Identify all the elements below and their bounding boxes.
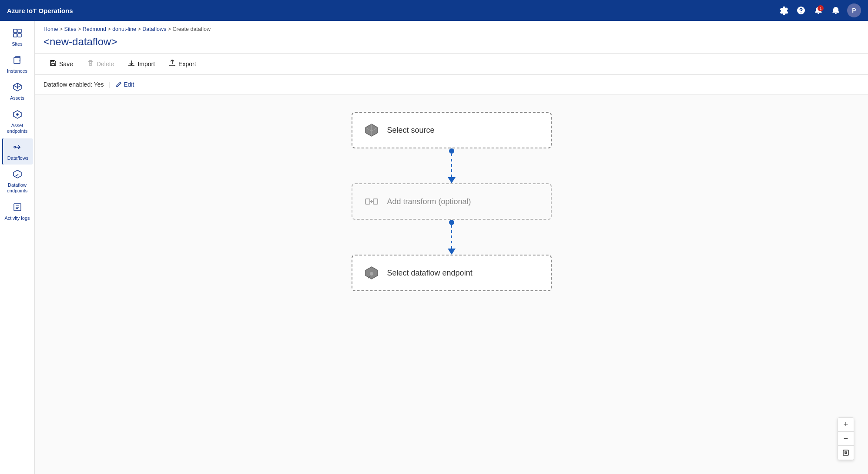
flow-canvas: Select source Add transform ( [35, 94, 868, 474]
asset-endpoints-icon [12, 109, 23, 121]
svg-rect-4 [14, 57, 20, 64]
endpoint-node[interactable]: Select dataflow endpoint [352, 255, 552, 291]
svg-rect-3 [18, 34, 21, 37]
dataflows-label: Dataflows [7, 155, 28, 161]
dataflows-icon [13, 142, 23, 154]
assets-label: Assets [10, 95, 24, 101]
top-nav-icons: 1 P [778, 3, 861, 17]
sidebar-item-assets[interactable]: Assets [2, 78, 33, 104]
export-icon [169, 60, 176, 68]
connector-dot-2 [449, 220, 454, 225]
svg-rect-0 [13, 29, 17, 33]
sidebar-item-instances[interactable]: Instances [2, 51, 33, 77]
connector-arrow-2 [448, 249, 456, 255]
notification-icon[interactable]: 1 [812, 4, 824, 17]
endpoint-node-label: Select dataflow endpoint [387, 269, 473, 278]
page-title: <new-dataflow> [35, 34, 868, 53]
save-icon [50, 60, 57, 68]
avatar[interactable]: P [847, 3, 861, 17]
delete-button[interactable]: Delete [81, 57, 120, 71]
settings-icon[interactable] [778, 4, 790, 17]
help-icon[interactable] [795, 4, 807, 17]
breadcrumb-donut-line[interactable]: donut-line [112, 26, 136, 32]
breadcrumb-redmond[interactable]: Redmond [83, 26, 106, 32]
import-icon [128, 60, 135, 68]
notification-badge: 1 [818, 5, 824, 11]
delete-icon [87, 60, 94, 68]
app-title: Azure IoT Operations [7, 7, 778, 14]
toolbar: Save Delete [35, 53, 868, 75]
import-button[interactable]: Import [122, 57, 161, 71]
save-label: Save [59, 61, 73, 67]
save-button[interactable]: Save [44, 57, 79, 71]
instances-icon [12, 55, 23, 67]
content-area: Home > Sites > Redmond > donut-line > Da… [35, 21, 868, 474]
breadcrumb-current: Create dataflow [172, 26, 211, 32]
main-layout: Sites Instances Assets [0, 21, 868, 474]
import-label: Import [137, 61, 155, 67]
svg-rect-12 [51, 61, 54, 62]
sidebar-item-sites[interactable]: Sites [2, 24, 33, 50]
sidebar: Sites Instances Assets [0, 21, 35, 474]
source-node[interactable]: Select source [352, 112, 552, 148]
breadcrumb-sites[interactable]: Sites [64, 26, 77, 32]
dataflow-status: Dataflow enabled: Yes [44, 81, 104, 88]
svg-point-19 [370, 272, 373, 276]
activity-logs-label: Activity logs [4, 215, 30, 221]
connector-1 [352, 148, 552, 183]
connector-dot-1 [449, 148, 454, 154]
zoom-controls: + − [838, 417, 854, 460]
breadcrumb-home[interactable]: Home [44, 26, 58, 32]
transform-node-label: Add transform (optional) [387, 197, 471, 206]
sidebar-item-asset-endpoints[interactable]: Asset endpoints [2, 106, 33, 138]
endpoint-node-icon [363, 264, 380, 282]
connector-line-1 [451, 154, 452, 177]
edit-button[interactable]: Edit [116, 81, 134, 88]
connector-line-2 [451, 225, 452, 249]
transform-node-icon [363, 193, 380, 210]
transform-node[interactable]: Add transform (optional) [352, 183, 552, 220]
breadcrumb: Home > Sites > Redmond > donut-line > Da… [35, 21, 868, 34]
alert-icon[interactable] [830, 4, 842, 17]
connector-2 [352, 220, 552, 255]
dataflow-endpoints-icon [12, 169, 23, 181]
top-nav: Azure IoT Operations 1 P [0, 0, 868, 21]
sidebar-item-dataflows[interactable]: Dataflows [2, 138, 33, 165]
sites-label: Sites [12, 41, 22, 47]
zoom-in-button[interactable]: + [838, 418, 854, 432]
svg-rect-16 [373, 199, 378, 204]
delete-label: Delete [97, 61, 114, 67]
sites-icon [12, 28, 23, 40]
export-button[interactable]: Export [163, 57, 202, 71]
activity-logs-icon [12, 202, 23, 214]
svg-rect-15 [365, 199, 370, 204]
svg-rect-1 [18, 29, 21, 33]
source-node-icon [363, 121, 380, 139]
svg-rect-11 [52, 64, 54, 66]
assets-icon [12, 82, 23, 94]
instances-label: Instances [7, 68, 27, 74]
svg-rect-2 [13, 34, 17, 37]
breadcrumb-dataflows[interactable]: Dataflows [142, 26, 166, 32]
asset-endpoints-label: Asset endpoints [3, 123, 31, 134]
zoom-fit-button[interactable] [838, 446, 854, 460]
sidebar-item-activity-logs[interactable]: Activity logs [2, 198, 33, 225]
svg-point-6 [14, 146, 16, 148]
sidebar-item-dataflow-endpoints[interactable]: Dataflow endpoints [2, 165, 33, 197]
export-label: Export [178, 61, 196, 67]
svg-point-5 [17, 114, 18, 115]
connector-arrow-1 [448, 177, 456, 183]
status-bar: Dataflow enabled: Yes | Edit [35, 75, 868, 94]
source-node-label: Select source [387, 126, 435, 135]
edit-label: Edit [124, 81, 134, 88]
zoom-out-button[interactable]: − [838, 432, 854, 446]
dataflow-endpoints-label: Dataflow endpoints [3, 182, 31, 194]
